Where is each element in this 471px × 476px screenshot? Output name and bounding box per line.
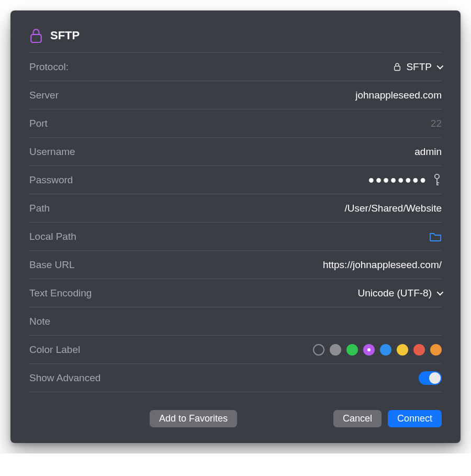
dialog-title: SFTP — [50, 29, 80, 42]
username-input[interactable] — [285, 146, 442, 158]
connection-dialog: SFTP Protocol: SFTP Server Port Username — [10, 10, 461, 443]
connect-button[interactable]: Connect — [388, 410, 442, 427]
text-encoding-value: Unicode (UTF-8) — [358, 287, 432, 299]
password-input[interactable]: ●●●●●●●● — [368, 174, 427, 186]
port-label: Port — [29, 118, 48, 129]
note-row: Note — [29, 307, 442, 336]
chevron-down-icon — [437, 63, 444, 70]
dialog-footer: Add to Favorites Cancel Connect — [29, 410, 442, 427]
server-input[interactable] — [285, 90, 442, 101]
base-url-row: Base URL — [29, 251, 442, 279]
key-icon[interactable] — [432, 173, 442, 187]
protocol-label: Protocol: — [29, 61, 69, 73]
add-to-favorites-button[interactable]: Add to Favorites — [150, 410, 237, 427]
lock-icon — [29, 27, 43, 44]
protocol-value: SFTP — [406, 61, 432, 73]
color-swatch-purple[interactable] — [363, 344, 375, 356]
local-path-label: Local Path — [29, 231, 76, 242]
text-encoding-row: Text Encoding Unicode (UTF-8) — [29, 279, 442, 307]
dialog-header: SFTP — [29, 23, 442, 53]
text-encoding-selector[interactable]: Unicode (UTF-8) — [358, 287, 442, 299]
base-url-input[interactable] — [285, 259, 442, 271]
path-input[interactable] — [285, 203, 442, 214]
svg-rect-0 — [31, 35, 41, 42]
base-url-label: Base URL — [29, 259, 75, 271]
server-row: Server — [29, 81, 442, 109]
path-label: Path — [29, 203, 50, 214]
protocol-selector[interactable]: SFTP — [394, 61, 442, 73]
color-swatches — [313, 344, 442, 356]
color-swatch-blue[interactable] — [380, 344, 391, 356]
svg-point-2 — [435, 174, 439, 178]
color-swatch-green[interactable] — [346, 344, 358, 356]
show-advanced-toggle[interactable] — [419, 371, 442, 385]
username-label: Username — [29, 146, 75, 158]
cancel-button[interactable]: Cancel — [333, 410, 382, 427]
color-swatch-red[interactable] — [413, 344, 425, 356]
text-encoding-label: Text Encoding — [29, 287, 92, 299]
color-label-row: Color Label — [29, 336, 442, 364]
server-label: Server — [29, 90, 59, 101]
note-label: Note — [29, 316, 50, 327]
password-label: Password — [29, 174, 73, 186]
password-row: Password ●●●●●●●● — [29, 166, 442, 194]
folder-icon[interactable] — [429, 232, 442, 241]
path-row: Path — [29, 194, 442, 223]
color-swatch-gray[interactable] — [330, 344, 341, 356]
username-row: Username — [29, 138, 442, 166]
color-label-label: Color Label — [29, 344, 80, 356]
show-advanced-row: Show Advanced — [29, 364, 442, 392]
port-row: Port — [29, 109, 442, 138]
note-input[interactable] — [285, 316, 442, 327]
local-path-input[interactable] — [267, 231, 424, 242]
protocol-row: Protocol: SFTP — [29, 53, 442, 81]
svg-rect-1 — [395, 66, 400, 70]
color-swatch-yellow[interactable] — [397, 344, 408, 356]
color-swatch-orange[interactable] — [430, 344, 442, 356]
color-swatch-none[interactable] — [313, 344, 324, 356]
chevron-down-icon — [437, 289, 444, 296]
lock-icon — [394, 62, 401, 71]
port-input[interactable] — [285, 118, 442, 129]
show-advanced-label: Show Advanced — [29, 372, 100, 384]
local-path-row: Local Path — [29, 223, 442, 251]
